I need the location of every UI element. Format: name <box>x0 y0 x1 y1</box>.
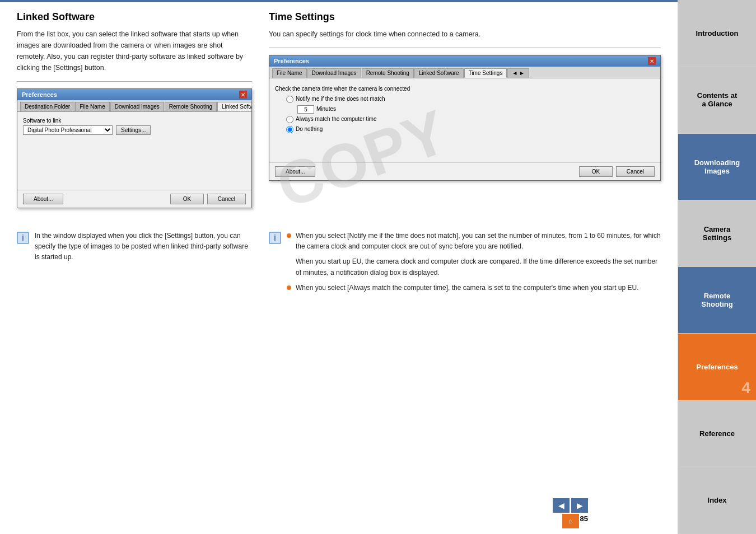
bottom-left-note: i In the window displayed when you click… <box>17 231 252 303</box>
sidebar-item-reference[interactable]: Reference <box>678 401 756 467</box>
ls-cancel-button[interactable]: Cancel <box>207 194 246 204</box>
prev-button[interactable]: ◀ <box>553 498 570 513</box>
linked-software-title: Linked Software <box>17 11 252 23</box>
minutes-label: Minutes <box>316 104 336 114</box>
info-icon: i <box>17 232 29 244</box>
time-settings-options: Check the camera time when the camera is… <box>275 84 655 157</box>
note-bullet1-text: When you select [Always match the comput… <box>296 283 639 293</box>
ts-tab-remote[interactable]: Remote Shooting <box>362 68 414 78</box>
sidebar-item-camera-settings[interactable]: CameraSettings <box>678 200 756 267</box>
note-intro-item: When you select [Notify me if the time d… <box>287 231 661 252</box>
sidebar-item-remote-shooting[interactable]: RemoteShooting <box>678 267 756 334</box>
time-settings-dialog-tabs: File Name Download Images Remote Shootin… <box>269 67 660 78</box>
bullet-dot-1 <box>287 233 291 238</box>
sidebar-item-remote-label: RemoteShooting <box>701 292 732 308</box>
ts-tab-download[interactable]: Download Images <box>307 68 361 78</box>
sidebar-item-introduction[interactable]: Introduction <box>678 0 756 67</box>
ts-ok-button[interactable]: OK <box>579 166 613 177</box>
arrow-row: ◀ ▶ <box>553 498 588 513</box>
sidebar-item-camera-label: CameraSettings <box>703 225 731 242</box>
bottom-section: i In the window displayed when you click… <box>17 225 661 303</box>
nav-arrows-container: ◀ ▶ ⌂ <box>553 498 588 528</box>
bottom-right-notes: i When you select [Notify me if the time… <box>269 231 661 303</box>
info-icon-right: i <box>269 232 281 244</box>
note-intro2-text: When you start up EU, the camera clock a… <box>296 256 661 278</box>
software-to-link-group: Software to link Digital Photo Professio… <box>23 118 246 135</box>
linked-software-desc: From the list box, you can select the li… <box>17 29 252 73</box>
linked-software-dialog-footer: About... OK Cancel <box>17 190 251 208</box>
note-intro-text: When you select [Notify me if the time d… <box>296 231 661 252</box>
linked-software-dialog-title: Preferences <box>22 91 57 98</box>
bottom-left-note-text: In the window displayed when you click t… <box>35 231 252 263</box>
bottom-left-note-block: i In the window displayed when you click… <box>17 231 252 263</box>
radio-notify[interactable] <box>286 96 293 103</box>
radio-always-row: Always match the computer time <box>286 114 655 124</box>
ls-tab-remote[interactable]: Remote Shooting <box>165 102 217 111</box>
bullet-dot-2 <box>287 285 291 290</box>
sidebar-item-reference-label: Reference <box>699 429 735 438</box>
svg-text:i: i <box>22 233 24 242</box>
minutes-row: Minutes <box>297 104 655 114</box>
software-row: Digital Photo Professional Settings... <box>23 125 246 135</box>
radio-nothing-label: Do nothing <box>296 124 323 134</box>
sidebar-item-contents[interactable]: Contents ata Glance <box>678 67 756 133</box>
ls-about-button[interactable]: About... <box>23 194 63 204</box>
sidebar: Introduction Contents ata Glance Downloa… <box>678 0 756 534</box>
software-to-link-label: Software to link <box>23 118 246 124</box>
linked-software-dialog-tabs: Destination Folder File Name Download Im… <box>17 100 251 112</box>
ls-tab-linked[interactable]: Linked Software <box>217 102 251 111</box>
bottom-right-note-block: i When you select [Notify me if the time… <box>269 231 661 298</box>
svg-text:i: i <box>274 233 276 242</box>
ts-tab-nav[interactable]: ◄ ► <box>507 68 529 78</box>
ts-about-button[interactable]: About... <box>275 166 315 177</box>
sidebar-item-preferences[interactable]: Preferences 4 <box>678 334 756 400</box>
two-column-layout: Linked Software From the list box, you c… <box>17 11 661 214</box>
bottom-right-note-content: When you select [Notify me if the time d… <box>287 231 661 298</box>
time-settings-desc: You can specify settings for clock time … <box>269 29 661 40</box>
time-settings-dialog: Preferences ✕ File Name Download Images … <box>269 55 661 181</box>
radio-nothing-row: Do nothing <box>286 124 655 134</box>
main-content: Linked Software From the list box, you c… <box>0 0 678 534</box>
sidebar-item-index-label: Index <box>708 496 727 504</box>
home-button[interactable]: ⌂ <box>562 514 579 528</box>
ts-tab-linked[interactable]: Linked Software <box>414 68 464 78</box>
sidebar-item-index[interactable]: Index <box>678 467 756 534</box>
radio-notify-row: Notify me if the time does not match <box>286 94 655 104</box>
ls-tab-download[interactable]: Download Images <box>110 102 164 111</box>
preferences-number: 4 <box>741 379 750 397</box>
time-settings-dialog-titlebar: Preferences ✕ <box>269 55 660 67</box>
minutes-input[interactable] <box>297 105 314 114</box>
linked-software-close-button[interactable]: ✕ <box>239 91 247 99</box>
time-settings-dialog-title: Preferences <box>274 58 309 64</box>
next-button[interactable]: ▶ <box>571 498 588 513</box>
time-settings-section: Time Settings You can specify settings f… <box>269 11 661 214</box>
check-camera-time-row: Check the camera time when the camera is… <box>275 84 655 94</box>
sidebar-item-downloading-label: DownloadingImages <box>694 158 740 175</box>
radio-always-label: Always match the computer time <box>296 114 377 124</box>
ts-tab-filename[interactable]: File Name <box>272 68 307 78</box>
ls-ok-button[interactable]: OK <box>170 194 204 204</box>
radio-notify-label: Notify me if the time does not match <box>296 94 385 104</box>
sidebar-item-introduction-label: Introduction <box>696 29 739 38</box>
settings-button[interactable]: Settings... <box>116 125 151 135</box>
time-settings-close-button[interactable]: ✕ <box>648 57 656 65</box>
ls-tab-filename[interactable]: File Name <box>75 102 110 111</box>
linked-software-dialog: Preferences ✕ Destination Folder File Na… <box>17 88 252 208</box>
time-settings-title: Time Settings <box>269 11 661 23</box>
check-camera-time-label: Check the camera time when the camera is… <box>275 84 410 94</box>
time-settings-dialog-footer: About... OK Cancel <box>269 162 660 180</box>
ls-tab-destination[interactable]: Destination Folder <box>20 102 74 111</box>
software-select[interactable]: Digital Photo Professional <box>23 125 113 135</box>
radio-always[interactable] <box>286 116 293 123</box>
sidebar-item-contents-label: Contents ata Glance <box>697 91 738 108</box>
linked-software-dialog-titlebar: Preferences ✕ <box>17 89 251 100</box>
ts-tab-time[interactable]: Time Settings <box>464 68 507 78</box>
ts-cancel-button[interactable]: Cancel <box>616 166 655 177</box>
sidebar-item-preferences-label: Preferences <box>696 363 738 371</box>
sidebar-item-downloading[interactable]: DownloadingImages <box>678 134 756 200</box>
note-bullet1-item: When you select [Always match the comput… <box>287 283 661 293</box>
time-settings-dialog-body: Check the camera time when the camera is… <box>269 78 660 162</box>
linked-software-section: Linked Software From the list box, you c… <box>17 11 252 214</box>
radio-nothing[interactable] <box>286 126 293 133</box>
linked-software-dialog-body: Software to link Digital Photo Professio… <box>17 112 251 190</box>
